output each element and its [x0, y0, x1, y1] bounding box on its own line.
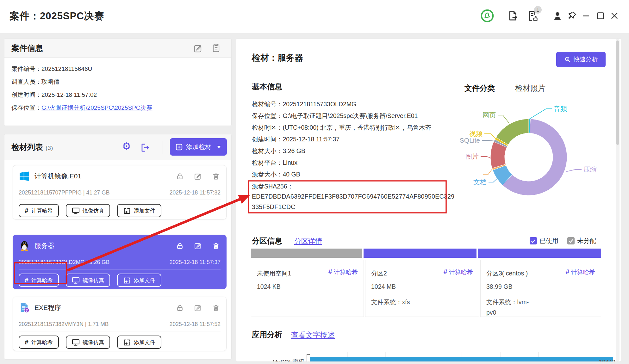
partition-bar-segment-3[interactable] — [478, 249, 601, 258]
partition-card-2: 分区2 # 计算哈希 1024 MB 文件系统：xfs — [365, 260, 479, 317]
delete-icon[interactable] — [212, 242, 220, 250]
partition-bar-segment-2[interactable] — [364, 249, 476, 258]
edit-case-icon[interactable] — [193, 44, 203, 53]
add-file-button[interactable]: 添加文件 — [117, 204, 161, 217]
lock-icon[interactable] — [176, 304, 184, 312]
checkbox-used[interactable]: 已使用 — [530, 237, 558, 245]
mirror-simulation-button[interactable]: 镜像仿真 — [66, 336, 110, 349]
partition-filesystem: 文件系统：xfs — [371, 297, 410, 307]
add-file-icon — [123, 207, 131, 214]
partition-card-1: 未使用空间1 # 计算哈希 1024 KB — [251, 260, 364, 317]
windows-icon — [19, 170, 30, 182]
donut-label-网页: 网页 — [483, 111, 496, 119]
copy-case-info-icon[interactable] — [211, 43, 221, 53]
bar-mysql[interactable] — [310, 357, 613, 361]
checkbox-icon[interactable] — [567, 237, 575, 244]
delete-icon[interactable] — [212, 242, 220, 250]
delete-icon[interactable] — [212, 304, 220, 312]
delete-icon[interactable] — [212, 172, 220, 180]
case-title: 案件：2025SPC决赛 — [9, 9, 104, 23]
donut-leader-line — [482, 140, 494, 141]
detail-field-0: 检材编号：20251218115733OLD2MG — [252, 100, 356, 108]
partition-name: 分区2 — [371, 269, 387, 278]
partition-name: 未使用空间1 — [257, 269, 291, 278]
task-badge: 1 — [534, 6, 542, 14]
edit-icon[interactable] — [194, 172, 202, 180]
detail-field-4: 检材大小：3.26 GB — [252, 147, 305, 155]
mirror-simulation-button[interactable]: 镜像仿真 — [66, 204, 110, 217]
export-evidence-icon[interactable] — [140, 143, 150, 153]
donut-leader-line — [529, 109, 552, 119]
case-info-title: 案件信息 — [11, 43, 43, 53]
lock-icon[interactable] — [176, 172, 184, 180]
donut-leader-line — [566, 170, 582, 172]
partition-size: 1024 KB — [257, 283, 281, 290]
checkbox-unallocated[interactable]: 未分配 — [567, 237, 596, 245]
compute-hash-button[interactable]: #计算哈希 — [19, 204, 59, 217]
donut-label-音频: 音频 — [554, 105, 567, 112]
delete-icon[interactable] — [212, 304, 220, 312]
partition-info-title: 分区信息 — [252, 236, 282, 246]
evidence-card-2[interactable]: 服务器 20251218115733OLD2MG | 3.26 GB 2025-… — [13, 235, 227, 289]
chevron-down-icon — [216, 145, 221, 149]
evidence-card-1[interactable]: 计算机镜像.E01 20251218115707PFPPIG | 41.27 G… — [13, 165, 227, 219]
sha256-line1: EDE7DBDDA6392FFDE1F3F83D707FC694760E5277… — [252, 193, 454, 200]
lock-icon[interactable] — [176, 304, 184, 312]
donut-label-图片: 图片 — [465, 153, 479, 160]
add-file-button[interactable]: 添加文件 — [117, 336, 161, 349]
lock-icon[interactable] — [176, 172, 184, 180]
pin-icon[interactable] — [565, 9, 579, 23]
partition-bar-segment-1[interactable] — [251, 249, 362, 258]
evidence-card-3[interactable]: ? EXE程序 202512181157382VMY3N | 1.71 MB 2… — [13, 297, 227, 351]
edit-icon[interactable] — [194, 172, 202, 180]
partition-hash-link[interactable]: # 计算哈希 — [328, 268, 358, 276]
partition-hash-link[interactable]: # 计算哈希 — [443, 268, 473, 276]
evidence-name: EXE程序 — [34, 303, 61, 312]
compute-hash-button[interactable]: #计算哈希 — [19, 274, 59, 287]
edit-icon[interactable] — [194, 242, 202, 250]
add-file-button[interactable]: 添加文件 — [117, 274, 161, 287]
lock-icon[interactable] — [176, 242, 184, 250]
minimize-button[interactable] — [579, 9, 593, 23]
task-list-icon[interactable]: 1 — [525, 9, 539, 23]
magnifier-icon — [564, 56, 571, 63]
scrollbar-thumb[interactable] — [616, 40, 619, 145]
evidence-time: 2025-12-18 11:57:32 — [170, 189, 221, 196]
quick-analysis-button[interactable]: 快速分析 — [556, 52, 606, 67]
lock-icon[interactable] — [176, 242, 184, 250]
bar-value-label: 10443 — [599, 359, 615, 361]
case-field-0: 案件编号：20251218115646U — [11, 65, 92, 73]
edit-icon[interactable] — [194, 304, 202, 312]
case-save-path-link[interactable]: G:\火眼证据分析\2025SPC\2025SPC决赛 — [41, 104, 153, 111]
monitor-icon — [72, 207, 80, 214]
mirror-simulation-button[interactable]: 镜像仿真 — [66, 274, 110, 287]
donut-leader-line — [489, 179, 497, 182]
delete-icon[interactable] — [212, 172, 220, 180]
checkbox-icon[interactable] — [530, 237, 537, 244]
partition-size: 1024 MB — [371, 283, 396, 290]
donut-label-压缩: 压缩 — [583, 166, 597, 173]
evidence-id-size: 202512181157382VMY3N | 1.71 MB — [19, 321, 109, 328]
evidence-list-panel: 检材列表(3) ⚙ 添加检材 — [4, 134, 231, 359]
evidence-name: 服务器 — [34, 241, 54, 250]
evidence-id-size: 20251218115707PFPPIG | 41.27 GB — [19, 189, 109, 196]
text-overview-link[interactable]: 查看文字概述 — [291, 330, 335, 340]
export-report-icon[interactable] — [506, 9, 520, 23]
evidence-count: (3) — [46, 145, 53, 151]
detail-field-1: 保存位置：G:\电子取证题目\2025spc决赛\服务器\Server.E01 — [252, 112, 418, 120]
app-analysis-chart: MySQL密码 10443 — [236, 346, 620, 361]
close-button[interactable] — [607, 9, 621, 23]
maximize-button[interactable] — [594, 9, 607, 23]
user-icon[interactable] — [551, 9, 564, 23]
donut-label-SQLite: SQLite — [460, 137, 480, 144]
partition-hash-link[interactable]: # 计算哈希 — [565, 268, 595, 276]
settings-gear-icon[interactable]: ⚙ — [122, 141, 131, 151]
edit-icon[interactable] — [194, 242, 202, 250]
partition-detail-link[interactable]: 分区详情 — [294, 237, 322, 246]
evidence-name: 计算机镜像.E01 — [34, 172, 81, 181]
edit-icon[interactable] — [194, 304, 202, 312]
evidence-time: 2025-12-18 11:57:52 — [170, 321, 221, 328]
add-evidence-button[interactable]: 添加检材 — [170, 138, 227, 156]
compute-hash-button[interactable]: #计算哈希 — [19, 336, 59, 349]
notification-bell-icon[interactable] — [480, 9, 494, 23]
